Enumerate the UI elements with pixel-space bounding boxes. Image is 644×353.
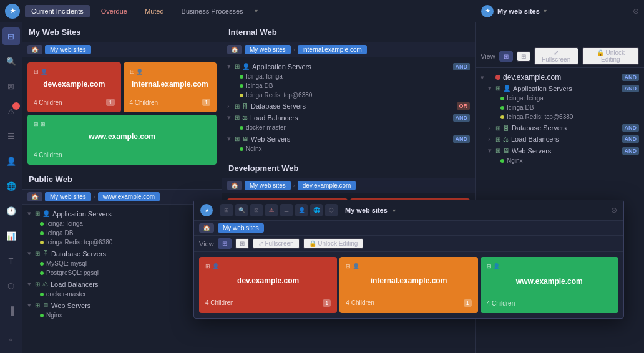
tile-www-name: www.example.com (34, 132, 210, 141)
floating-search[interactable]: ⊙ (611, 206, 617, 215)
right-nav-dropdown[interactable]: ▾ (544, 7, 547, 14)
tile-dev-example[interactable]: ⊞ 👤 dev.example.com 4 Children 1 (27, 62, 121, 112)
pub-lb-item1-label: docker-master (46, 291, 86, 297)
sidebar-icon-grid[interactable]: ⊞ (2, 27, 20, 45)
int-ws-item1[interactable]: Nginx (222, 144, 475, 153)
pub-ws-label: Web Servers (51, 302, 197, 309)
int-app-item1[interactable]: Icinga: Icinga (222, 72, 475, 81)
sidebar-icon-apps[interactable]: ⊠ (2, 77, 20, 95)
tab-current-incidents[interactable]: Current Incidents (25, 5, 90, 17)
floating-nav-icon2[interactable]: 🔍 (235, 204, 248, 216)
pub-breadcrumb-item1[interactable]: My web sites (45, 192, 91, 201)
int-db-row[interactable]: › ⊞ 🗄 Database Servers OR (222, 101, 475, 111)
pub-ws-row[interactable]: ▾ ⊞ 🖥 Web Servers AND (22, 300, 222, 311)
int-app-item3[interactable]: Icinga Redis: tcp@6380 (222, 90, 475, 100)
floating-nav-icon1[interactable]: ⊞ (220, 204, 233, 216)
right-app-item1[interactable]: Icinga: Icinga (483, 94, 644, 103)
pub-item1-dot (40, 222, 44, 226)
right-root-row[interactable]: ▾ dev.example.com AND (476, 72, 644, 83)
unlock-btn[interactable]: 🔒 Unlock Editing (582, 47, 639, 65)
pub-breadcrumb-item2[interactable]: www.example.com (98, 192, 160, 201)
floating-view-tree-btn[interactable]: ⊞ (235, 238, 249, 249)
floating-logo-icon: ★ (205, 208, 209, 213)
sidebar-expand[interactable]: « (9, 336, 13, 348)
sidebar-icon-global[interactable]: 🌐 (2, 177, 20, 195)
tile-internal-children: 4 Children (130, 99, 159, 106)
sidebar-icon-share[interactable]: ⬡ (2, 277, 20, 294)
int-app-section: ▾ ⊞ 👤 Application Servers AND Icinga: Ic… (222, 61, 475, 100)
sidebar-icon-clock[interactable]: 🕐 (2, 202, 20, 220)
tab-overdue[interactable]: Overdue (95, 5, 134, 17)
right-app-item3[interactable]: Icinga Redis: tcp@6380 (483, 112, 644, 122)
dev-bc-home[interactable]: 🏠 (227, 181, 242, 190)
right-ws-item1[interactable]: Nginx (483, 156, 644, 165)
sidebar-icon-search[interactable]: 🔍 (2, 52, 20, 70)
pub-app-item3[interactable]: Icinga Redis: tcp@6380 (22, 238, 222, 247)
tile-internal-example[interactable]: ⊞ 👤 internal.example.com 4 Children 1 (124, 62, 217, 112)
pub-lb-item1[interactable]: docker-master (22, 289, 222, 299)
tab-business-processes[interactable]: Business Processes (175, 5, 250, 17)
floating-dropdown[interactable]: ▾ (393, 207, 396, 214)
pub-app-item1[interactable]: Icinga: Icinga (22, 219, 222, 228)
floating-bc-home[interactable]: 🏠 (199, 223, 214, 233)
fullscreen-btn[interactable]: ⤢ Fullscreen (534, 47, 578, 65)
pub-app-servers-row[interactable]: ▾ ⊞ 👤 Application Servers AND (22, 208, 222, 219)
pub-db-item1[interactable]: MySQL: mysql (22, 259, 222, 268)
nav-dropdown[interactable]: ▾ (255, 7, 258, 14)
right-nav-search[interactable]: ⊙ (633, 7, 639, 16)
int-bc-sep: › (293, 47, 295, 53)
dev-bc-item1[interactable]: My web sites (245, 181, 291, 190)
floating-nav-icon6[interactable]: 👤 (295, 204, 308, 216)
int-bc-item2[interactable]: internal.example.com (298, 45, 367, 54)
sidebar-icon-text[interactable]: T (2, 252, 20, 269)
floating-fullscreen-btn[interactable]: ⤢ Fullscreen (253, 238, 300, 249)
pub-item3-label: Icinga Redis: tcp@6380 (46, 239, 112, 246)
pub-breadcrumb-home[interactable]: 🏠 (27, 192, 42, 201)
pub-db-dot1 (40, 262, 44, 266)
breadcrumb-my-web-sites[interactable]: My web sites (45, 45, 91, 54)
right-app-item2[interactable]: Icinga DB (483, 103, 644, 112)
floating-bc-item[interactable]: My web sites (218, 223, 264, 233)
floating-tile-www[interactable]: ⊞ 👤 www.example.com 4 Children (481, 257, 618, 313)
int-bc-home[interactable]: 🏠 (227, 45, 242, 54)
tile-dev-badge: 1 (106, 99, 114, 106)
sidebar-icon-bar[interactable]: ▐ (2, 302, 20, 319)
pub-lb-row[interactable]: ▾ ⊞ ⚖ Load Balancers AND (22, 279, 222, 289)
sidebar-icon-users[interactable]: 👤 (2, 152, 20, 170)
view-grid-btn[interactable]: ⊞ (499, 51, 513, 62)
floating-tile-internal[interactable]: ⊞ 👤 internal.example.com 4 Children 1 (339, 257, 477, 313)
right-ws-section: ▾ ⊞ 🖥 Web Servers AND Nginx (476, 145, 644, 165)
floating-nav-icon4[interactable]: ⚠ (265, 204, 278, 216)
int-lb-item1[interactable]: docker-master (222, 123, 475, 132)
dev-bc-item2[interactable]: dev.example.com (298, 181, 356, 190)
right-lb-row[interactable]: › ⊞ ⚖ Load Balancers AND (483, 134, 644, 144)
sidebar-icon-chart[interactable]: 📊 (2, 227, 20, 244)
right-db-row[interactable]: › ⊞ 🗄 Database Servers AND (483, 123, 644, 133)
floating-unlock-btn[interactable]: 🔒 Unlock Editing (303, 238, 364, 249)
pub-ws-item1[interactable]: Nginx (22, 311, 222, 320)
pub-db-row[interactable]: ▾ ⊞ 🗄 Database Servers OR (22, 248, 222, 259)
tab-muted[interactable]: Muted (139, 5, 170, 17)
sidebar-icon-list[interactable]: ☰ (2, 127, 20, 145)
floating-nav-icon7[interactable]: 🌐 (310, 204, 323, 216)
pub-app-item2[interactable]: Icinga DB (22, 228, 222, 238)
int-app-row[interactable]: ▾ ⊞ 👤 Application Servers AND (222, 61, 475, 72)
floating-tile-www-children: 4 Children (487, 300, 515, 307)
right-ws-row[interactable]: ▾ ⊞ 🖥 Web Servers AND (483, 145, 644, 156)
floating-view-grid-btn[interactable]: ⊞ (218, 238, 232, 249)
sidebar-icon-alert[interactable]: ⚠ (2, 102, 20, 120)
floating-nav-icon3[interactable]: ⊠ (250, 204, 263, 216)
int-ws-row[interactable]: ▾ ⊞ 🖥 Web Servers AND (222, 133, 475, 144)
floating-tile-dev[interactable]: ⊞ 👤 dev.example.com 4 Children 1 (199, 257, 337, 313)
floating-nav-icon5[interactable]: ☰ (280, 204, 293, 216)
floating-nav-icon8[interactable]: ⬡ (325, 204, 338, 216)
breadcrumb-home[interactable]: 🏠 (27, 45, 42, 54)
int-lb-row[interactable]: ▾ ⊞ ⚖ Load Balancers AND (222, 112, 475, 123)
view-tree-btn[interactable]: ⊞ (517, 51, 530, 62)
tile-www-example[interactable]: ⊞ ⊞ www.example.com 4 Children (27, 115, 217, 165)
right-app-row[interactable]: ▾ ⊞ 👤 Application Servers AND (483, 83, 644, 94)
int-app-item2[interactable]: Icinga DB (222, 81, 475, 90)
pub-item3-dot (40, 241, 44, 244)
pub-db-item2[interactable]: PostgreSQL: pgsql (22, 268, 222, 278)
int-bc-item1[interactable]: My web sites (245, 45, 291, 54)
